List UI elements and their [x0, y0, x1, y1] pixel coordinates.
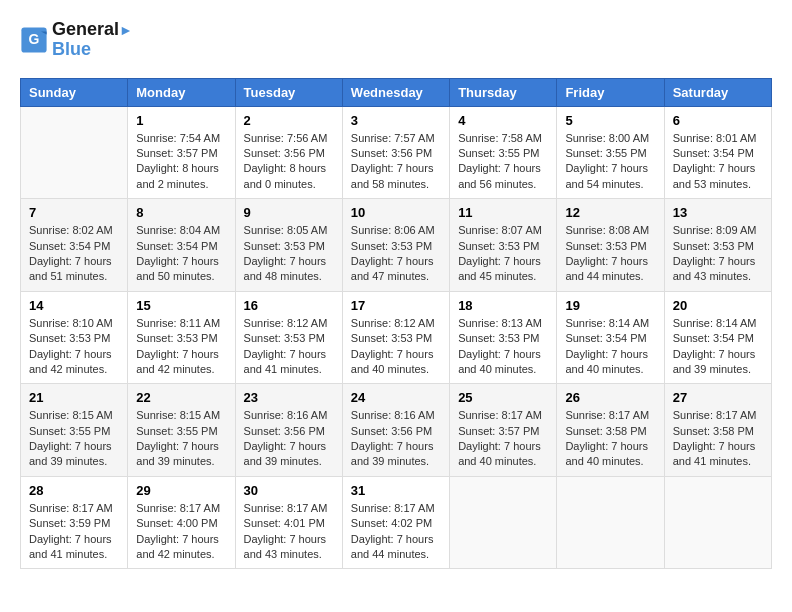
day-number: 29 — [136, 483, 226, 498]
day-info-line: Sunrise: 8:17 AM — [458, 409, 542, 421]
day-info: Sunrise: 7:58 AMSunset: 3:55 PMDaylight:… — [458, 131, 548, 193]
day-info-line: Sunset: 3:55 PM — [458, 147, 539, 159]
calendar-cell: 29Sunrise: 8:17 AMSunset: 4:00 PMDayligh… — [128, 476, 235, 569]
calendar-cell: 17Sunrise: 8:12 AMSunset: 3:53 PMDayligh… — [342, 291, 449, 384]
day-info-line: Sunrise: 8:17 AM — [29, 502, 113, 514]
day-info: Sunrise: 8:16 AMSunset: 3:56 PMDaylight:… — [244, 408, 334, 470]
calendar-week-4: 21Sunrise: 8:15 AMSunset: 3:55 PMDayligh… — [21, 384, 772, 477]
day-number: 17 — [351, 298, 441, 313]
day-info: Sunrise: 7:57 AMSunset: 3:56 PMDaylight:… — [351, 131, 441, 193]
day-info-line: Daylight: 7 hours — [136, 533, 219, 545]
day-info-line: Daylight: 7 hours — [351, 162, 434, 174]
day-number: 14 — [29, 298, 119, 313]
calendar-cell — [21, 106, 128, 199]
day-info-line: and 39 minutes. — [351, 455, 429, 467]
calendar-cell: 27Sunrise: 8:17 AMSunset: 3:58 PMDayligh… — [664, 384, 771, 477]
day-info-line: Daylight: 7 hours — [244, 255, 327, 267]
day-number: 1 — [136, 113, 226, 128]
day-number: 5 — [565, 113, 655, 128]
day-info: Sunrise: 8:17 AMSunset: 3:57 PMDaylight:… — [458, 408, 548, 470]
day-info: Sunrise: 8:17 AMSunset: 4:01 PMDaylight:… — [244, 501, 334, 563]
day-info-line: and 2 minutes. — [136, 178, 208, 190]
calendar-cell: 11Sunrise: 8:07 AMSunset: 3:53 PMDayligh… — [450, 199, 557, 292]
day-info-line: Sunset: 3:55 PM — [29, 425, 110, 437]
day-info-line: and 48 minutes. — [244, 270, 322, 282]
day-info: Sunrise: 8:16 AMSunset: 3:56 PMDaylight:… — [351, 408, 441, 470]
day-info-line: Sunset: 4:01 PM — [244, 517, 325, 529]
day-info-line: Daylight: 7 hours — [565, 348, 648, 360]
day-info-line: Daylight: 7 hours — [244, 533, 327, 545]
day-info: Sunrise: 7:56 AMSunset: 3:56 PMDaylight:… — [244, 131, 334, 193]
day-info-line: Sunset: 4:02 PM — [351, 517, 432, 529]
calendar-cell: 15Sunrise: 8:11 AMSunset: 3:53 PMDayligh… — [128, 291, 235, 384]
day-info-line: Daylight: 7 hours — [351, 533, 434, 545]
day-info-line: Sunset: 3:53 PM — [29, 332, 110, 344]
day-info-line: Sunset: 3:56 PM — [244, 147, 325, 159]
day-info: Sunrise: 8:06 AMSunset: 3:53 PMDaylight:… — [351, 223, 441, 285]
day-info: Sunrise: 8:07 AMSunset: 3:53 PMDaylight:… — [458, 223, 548, 285]
day-info-line: Sunrise: 8:06 AM — [351, 224, 435, 236]
day-info: Sunrise: 8:17 AMSunset: 3:59 PMDaylight:… — [29, 501, 119, 563]
day-info: Sunrise: 8:15 AMSunset: 3:55 PMDaylight:… — [136, 408, 226, 470]
day-info-line: and 0 minutes. — [244, 178, 316, 190]
day-info: Sunrise: 8:17 AMSunset: 4:02 PMDaylight:… — [351, 501, 441, 563]
day-info-line: Sunset: 3:57 PM — [136, 147, 217, 159]
day-info-line: Daylight: 7 hours — [29, 255, 112, 267]
header-thursday: Thursday — [450, 78, 557, 106]
day-info-line: Sunset: 3:59 PM — [29, 517, 110, 529]
calendar-cell: 16Sunrise: 8:12 AMSunset: 3:53 PMDayligh… — [235, 291, 342, 384]
calendar-cell: 2Sunrise: 7:56 AMSunset: 3:56 PMDaylight… — [235, 106, 342, 199]
header-tuesday: Tuesday — [235, 78, 342, 106]
day-info-line: and 44 minutes. — [565, 270, 643, 282]
day-info-line: Sunset: 4:00 PM — [136, 517, 217, 529]
calendar-cell — [450, 476, 557, 569]
day-info-line: Sunset: 3:55 PM — [565, 147, 646, 159]
day-info-line: and 54 minutes. — [565, 178, 643, 190]
day-info-line: Daylight: 7 hours — [673, 440, 756, 452]
day-number: 26 — [565, 390, 655, 405]
day-info-line: Sunset: 3:54 PM — [29, 240, 110, 252]
day-info-line: Sunrise: 8:10 AM — [29, 317, 113, 329]
calendar-table: SundayMondayTuesdayWednesdayThursdayFrid… — [20, 78, 772, 570]
calendar-cell: 13Sunrise: 8:09 AMSunset: 3:53 PMDayligh… — [664, 199, 771, 292]
calendar-cell: 28Sunrise: 8:17 AMSunset: 3:59 PMDayligh… — [21, 476, 128, 569]
day-info-line: and 56 minutes. — [458, 178, 536, 190]
day-info-line: Daylight: 8 hours — [244, 162, 327, 174]
day-info-line: and 43 minutes. — [244, 548, 322, 560]
calendar-cell: 24Sunrise: 8:16 AMSunset: 3:56 PMDayligh… — [342, 384, 449, 477]
day-number: 10 — [351, 205, 441, 220]
day-info-line: Sunset: 3:54 PM — [136, 240, 217, 252]
calendar-cell — [557, 476, 664, 569]
day-info-line: Sunrise: 8:09 AM — [673, 224, 757, 236]
calendar-header-row: SundayMondayTuesdayWednesdayThursdayFrid… — [21, 78, 772, 106]
day-info-line: Sunset: 3:53 PM — [136, 332, 217, 344]
day-number: 31 — [351, 483, 441, 498]
day-number: 11 — [458, 205, 548, 220]
day-info-line: Sunset: 3:56 PM — [351, 147, 432, 159]
day-info-line: Sunrise: 8:14 AM — [565, 317, 649, 329]
day-info-line: and 42 minutes. — [136, 363, 214, 375]
logo-icon: G — [20, 26, 48, 54]
day-info-line: and 40 minutes. — [351, 363, 429, 375]
day-info-line: and 50 minutes. — [136, 270, 214, 282]
day-number: 22 — [136, 390, 226, 405]
calendar-week-1: 1Sunrise: 7:54 AMSunset: 3:57 PMDaylight… — [21, 106, 772, 199]
day-info-line: Daylight: 7 hours — [565, 440, 648, 452]
day-number: 7 — [29, 205, 119, 220]
day-info-line: Daylight: 7 hours — [673, 162, 756, 174]
day-info-line: Sunrise: 8:02 AM — [29, 224, 113, 236]
day-info-line: and 40 minutes. — [458, 455, 536, 467]
day-info: Sunrise: 8:17 AMSunset: 4:00 PMDaylight:… — [136, 501, 226, 563]
day-number: 2 — [244, 113, 334, 128]
day-info-line: and 39 minutes. — [29, 455, 107, 467]
calendar-cell: 4Sunrise: 7:58 AMSunset: 3:55 PMDaylight… — [450, 106, 557, 199]
day-info-line: Sunset: 3:53 PM — [458, 240, 539, 252]
day-number: 24 — [351, 390, 441, 405]
day-number: 18 — [458, 298, 548, 313]
calendar-cell: 19Sunrise: 8:14 AMSunset: 3:54 PMDayligh… — [557, 291, 664, 384]
day-info-line: and 42 minutes. — [136, 548, 214, 560]
day-info-line: Sunrise: 8:15 AM — [29, 409, 113, 421]
day-info-line: and 41 minutes. — [673, 455, 751, 467]
day-info-line: Daylight: 7 hours — [565, 162, 648, 174]
day-info-line: Daylight: 7 hours — [136, 255, 219, 267]
